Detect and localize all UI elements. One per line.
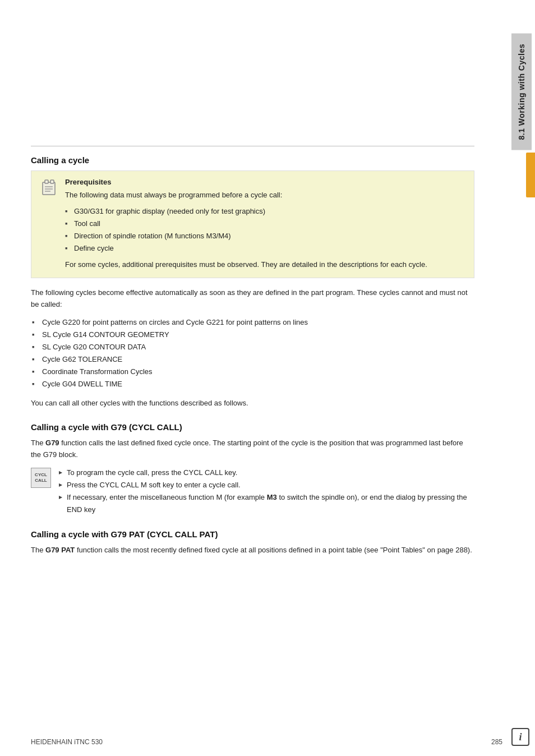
prereq-item-4: Define cycle: [65, 242, 465, 255]
cycl-call-step-1: To program the cycle call, press the CYC…: [59, 467, 474, 479]
prerequisites-box: Prerequisites The following data must al…: [31, 170, 474, 278]
auto-cycles-note: You can call all other cycles with the f…: [31, 398, 474, 409]
cycl-call-arrow-list: To program the cycle call, press the CYC…: [59, 467, 474, 516]
cycl-icon-line2: CALL: [35, 478, 47, 483]
cycl-call-step-2: Press the CYCL CALL M soft key to enter …: [59, 479, 474, 491]
cycl-call-pat-heading: Calling a cycle with G79 PAT (CYCL CALL …: [31, 529, 474, 539]
auto-cycle-item-1: Cycle G220 for point patterns on circles…: [31, 316, 474, 329]
auto-cycles-intro: The following cycles become effective au…: [31, 287, 474, 311]
auto-cycle-item-6: Cycle G04 DWELL TIME: [31, 378, 474, 390]
top-rule: [31, 146, 474, 146]
right-sidebar: 8.1 Working with Cycles: [508, 0, 535, 756]
auto-cycles-list: Cycle G220 for point patterns on circles…: [31, 316, 474, 391]
cycl-call-icon: CYCL CALL: [31, 468, 51, 488]
auto-cycle-item-4: Cycle G62 TOLERANCE: [31, 353, 474, 366]
sidebar-tab-label: 8.1 Working with Cycles: [511, 34, 532, 150]
cycl-call-g79-intro: The G79 function calls the last defined …: [31, 437, 474, 461]
auto-cycle-item-2: SL Cycle G14 CONTOUR GEOMETRY: [31, 329, 474, 341]
sidebar-accent: [526, 153, 535, 197]
page-container: 8.1 Working with Cycles Calling a cycle: [0, 0, 535, 756]
svg-rect-0: [43, 182, 55, 195]
prerequisites-intro: The following data must always be progra…: [65, 190, 465, 201]
calling-a-cycle-heading: Calling a cycle: [31, 155, 474, 165]
prerequisites-icon: [40, 179, 58, 270]
cycl-call-step-3: If necessary, enter the miscellaneous fu…: [59, 491, 474, 516]
cycl-call-g79-heading: Calling a cycle with G79 (CYCL CALL): [31, 422, 474, 432]
cycl-call-pat-intro: The G79 PAT function calls the most rece…: [31, 545, 474, 556]
cycl-call-section: CYCL CALL To program the cycle call, pre…: [31, 467, 474, 516]
info-badge: i: [511, 728, 529, 746]
auto-cycle-item-5: Coordinate Transformation Cycles: [31, 366, 474, 378]
cycl-call-bullets: To program the cycle call, press the CYC…: [59, 467, 474, 516]
page-number: 285: [491, 738, 502, 746]
page-top-space: [31, 34, 474, 146]
prerequisites-title: Prerequisites: [65, 178, 465, 186]
prerequisites-list: G30/G31 for graphic display (needed only…: [65, 205, 465, 255]
auto-cycle-item-3: SL Cycle G20 CONTOUR DATA: [31, 341, 474, 353]
page-footer: HEIDENHAIN iTNC 530 285: [31, 738, 502, 746]
svg-rect-2: [50, 180, 54, 183]
prereq-item-1: G30/G31 for graphic display (needed only…: [65, 205, 465, 218]
prereq-item-3: Direction of spindle rotation (M functio…: [65, 230, 465, 242]
main-content: Calling a cycle Prerequisites The follow…: [0, 0, 508, 596]
prerequisites-note: For some cycles, additional prerequisite…: [65, 259, 465, 270]
svg-rect-1: [45, 180, 48, 183]
footer-brand: HEIDENHAIN iTNC 530: [31, 738, 103, 746]
prerequisites-content: Prerequisites The following data must al…: [65, 178, 465, 270]
cycl-icon-line1: CYCL: [35, 472, 47, 478]
prereq-item-2: Tool call: [65, 218, 465, 230]
